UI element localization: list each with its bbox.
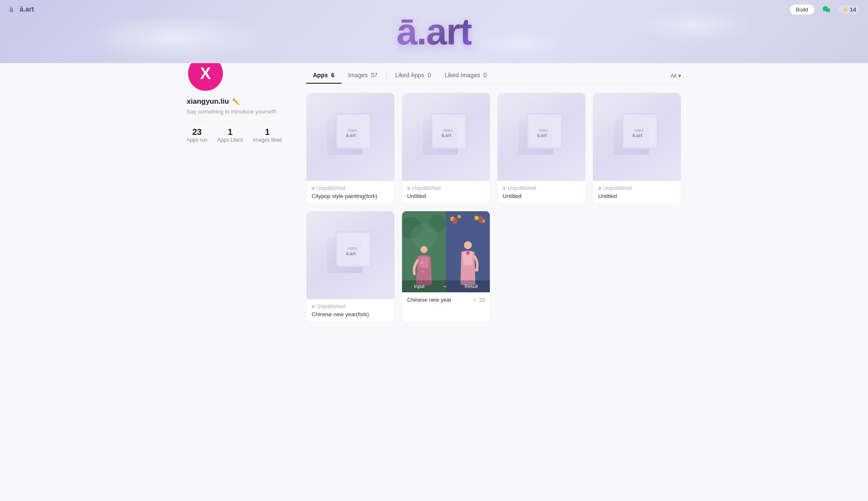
- svg-point-30: [420, 246, 427, 253]
- edit-icon[interactable]: ✏️: [232, 98, 240, 105]
- app-card-citypop[interactable]: Apps ā.art Unpublished Citypop style pai…: [306, 93, 395, 204]
- svg-point-31: [420, 262, 423, 264]
- cny-arrow-icon: →: [442, 283, 448, 290]
- status-dot-untitled-2: [503, 187, 506, 190]
- app-card-untitled-2[interactable]: Apps ā.art Unpublished Untitled: [497, 93, 586, 204]
- app-card-untitled-1[interactable]: Apps ā.art Unpublished Untitled: [402, 93, 490, 204]
- avatar-letter: X: [200, 64, 211, 83]
- svg-point-32: [425, 266, 427, 268]
- app-card-footer-citypop: Unpublished Citypop style painting(fork): [307, 181, 394, 204]
- profile-divider: [187, 122, 298, 122]
- app-status-label-untitled-3: Unpublished: [603, 185, 632, 191]
- stat-apps-run: 23 Apps run: [187, 127, 207, 143]
- play-icon: ▷: [474, 297, 477, 302]
- app-status-label-untitled-1: Unpublished: [412, 185, 441, 191]
- build-button[interactable]: Build: [790, 4, 815, 15]
- app-card-preview-cny-fork: Apps ā.art: [307, 211, 394, 299]
- svg-text:ā.art: ā.art: [346, 251, 356, 256]
- app-status-label-cny-fork: Unpublished: [317, 303, 345, 309]
- app-status-untitled-1: Unpublished: [407, 185, 485, 191]
- left-sidebar: X xiangyun.liu ✏️ Say something to intro…: [187, 63, 306, 322]
- app-card-preview-untitled-3: Apps ā.art: [593, 93, 681, 181]
- stat-images-liked: 1 Images liked: [253, 127, 281, 143]
- svg-point-29: [411, 223, 437, 250]
- svg-point-43: [475, 268, 478, 271]
- svg-text:ā.art: ā.art: [441, 133, 451, 138]
- stat-images-liked-number: 1: [265, 127, 270, 137]
- tab-liked-apps[interactable]: Liked Apps 0: [388, 67, 438, 84]
- app-card-preview-citypop: Apps ā.art: [307, 93, 394, 181]
- bio-text: Say something to introduce yourself!: [187, 108, 298, 115]
- app-card-cny-fork[interactable]: Apps ā.art Unpublished Chinese new year(…: [306, 211, 395, 322]
- lightning-badge[interactable]: ⚡ 14: [839, 5, 859, 14]
- app-box-icon-untitled-3: Apps ā.art: [602, 102, 672, 172]
- app-status-cny-fork: Unpublished: [312, 303, 389, 309]
- svg-text:ā.art: ā.art: [632, 133, 642, 138]
- all-filter[interactable]: All ▾: [671, 73, 681, 79]
- app-box-icon-citypop: Apps ā.art: [315, 102, 386, 172]
- app-name-untitled-2: Untitled: [503, 193, 580, 199]
- app-status-untitled-3: Unpublished: [598, 185, 676, 191]
- app-name-cny-fork: Chinese new year(fork): [312, 311, 389, 317]
- svg-text:Apps: Apps: [347, 245, 357, 250]
- svg-point-33: [422, 271, 424, 273]
- app-card-untitled-3[interactable]: Apps ā.art Unpublished Untitled: [593, 93, 681, 204]
- svg-point-42: [466, 251, 469, 255]
- app-name-untitled-1: Untitled: [407, 193, 485, 199]
- tab-apps[interactable]: Apps 6: [306, 67, 341, 84]
- cny-overlay-labels: Input → Result: [402, 280, 490, 292]
- all-filter-label: All: [671, 73, 677, 79]
- site-logo[interactable]: ā ā.art: [9, 5, 34, 14]
- username-row: xiangyun.liu ✏️: [187, 97, 298, 106]
- empty-col-1: [497, 211, 586, 322]
- stat-apps-run-number: 23: [192, 127, 202, 137]
- app-card-footer-cny-fork: Unpublished Chinese new year(fork): [307, 299, 394, 322]
- svg-point-39: [452, 218, 457, 224]
- app-box-icon-untitled-1: Apps ā.art: [411, 102, 481, 172]
- chevron-down-icon: ▾: [678, 73, 681, 79]
- app-status-label-citypop: Unpublished: [317, 185, 345, 191]
- app-box-icon-cny-fork: Apps ā.art: [315, 220, 386, 291]
- apps-grid-row1: Apps ā.art Unpublished Citypop style pai…: [306, 93, 681, 204]
- tab-liked-images[interactable]: Liked Images 0: [438, 67, 494, 84]
- topnav: ā ā.art Build ⚡ 14: [0, 0, 868, 19]
- topnav-right: Build ⚡ 14: [790, 3, 859, 15]
- svg-text:ā: ā: [9, 6, 13, 13]
- svg-text:Apps: Apps: [634, 127, 643, 132]
- stats-row: 23 Apps run 1 Apps Liked 1 Images liked: [187, 127, 298, 143]
- apps-grid-row2: Apps ā.art Unpublished Chinese new year(…: [306, 211, 681, 322]
- username: xiangyun.liu: [187, 97, 229, 106]
- wechat-icon[interactable]: [821, 3, 833, 15]
- svg-point-37: [475, 216, 479, 220]
- svg-point-40: [478, 216, 483, 223]
- app-status-untitled-2: Unpublished: [503, 185, 580, 191]
- app-name-cny: Chinese new year: [407, 297, 451, 303]
- content-area: Apps 6 Images 57 Liked Apps 0 Liked Imag…: [306, 63, 681, 322]
- app-status-citypop: Unpublished: [312, 185, 389, 191]
- app-name-citypop: Citypop style painting(fork): [312, 193, 389, 199]
- stat-apps-liked-label: Apps Liked: [217, 137, 243, 143]
- app-status-label-untitled-2: Unpublished: [508, 185, 536, 191]
- tabs-row: Apps 6 Images 57 Liked Apps 0 Liked Imag…: [306, 63, 681, 84]
- lightning-count: 14: [850, 6, 856, 13]
- tab-divider: [386, 71, 387, 80]
- app-card-cny[interactable]: Input → Result Chinese new year ▷ 23: [402, 211, 490, 322]
- status-dot-untitled-1: [407, 187, 410, 190]
- app-box-icon-untitled-2: Apps ā.art: [506, 102, 577, 172]
- app-card-preview-untitled-1: Apps ā.art: [402, 93, 490, 181]
- app-card-footer-untitled-3: Unpublished Untitled: [593, 181, 681, 204]
- app-card-footer-untitled-1: Unpublished Untitled: [402, 181, 490, 204]
- status-dot-cny-fork: [312, 305, 315, 308]
- svg-text:Apps: Apps: [538, 127, 548, 132]
- app-card-preview-cny: Input → Result: [402, 211, 490, 292]
- empty-col-2: [593, 211, 681, 322]
- stat-apps-liked: 1 Apps Liked: [217, 127, 243, 143]
- svg-point-41: [464, 241, 472, 249]
- tab-images[interactable]: Images 57: [341, 67, 385, 84]
- svg-text:Apps: Apps: [347, 127, 357, 132]
- lightning-icon: ⚡: [842, 6, 849, 13]
- app-card-preview-untitled-2: Apps ā.art: [498, 93, 585, 181]
- svg-text:Apps: Apps: [443, 127, 452, 132]
- logo-icon: ā: [9, 5, 18, 14]
- run-count-value: 23: [479, 297, 485, 303]
